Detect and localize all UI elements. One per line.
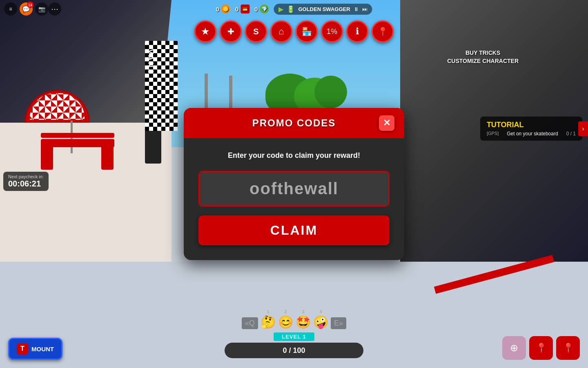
code-input[interactable] xyxy=(200,172,388,205)
modal-title: PROMO CODES xyxy=(209,117,379,129)
code-input-wrapper xyxy=(198,171,390,206)
modal-overlay: PROMO CODES ✕ Enter your code to claim y… xyxy=(0,0,588,368)
modal-header: PROMO CODES ✕ xyxy=(184,108,404,138)
modal-close-button[interactable]: ✕ xyxy=(379,115,394,131)
modal-body: Enter your code to claim your reward! CL… xyxy=(184,138,404,260)
claim-button[interactable]: CLAIM xyxy=(198,215,390,245)
modal-subtitle: Enter your code to claim your reward! xyxy=(198,150,390,161)
promo-code-modal: PROMO CODES ✕ Enter your code to claim y… xyxy=(184,108,404,260)
